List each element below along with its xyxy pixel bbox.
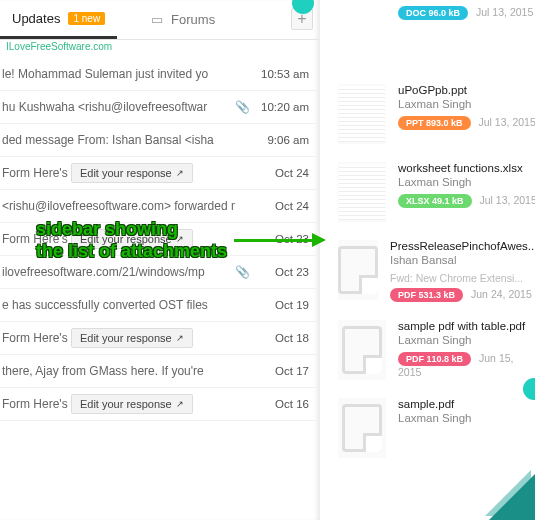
attachment-date: Jul 13, 2015	[480, 194, 535, 206]
attachment-meta: uPoGPpb.pptLaxman SinghPPT 893.0 kBJul 1…	[398, 84, 535, 144]
decor-corner-icon	[489, 474, 535, 520]
attachment-item[interactable]: sample pdf with table.pdfLaxman SinghPDF…	[338, 320, 535, 380]
email-row[interactable]: e has successfully converted OST filesOc…	[0, 289, 319, 322]
email-date: Oct 24	[249, 200, 309, 212]
filetype-pill: XLSX 49.1 kB	[398, 194, 472, 208]
email-date: Oct 23	[249, 266, 309, 278]
attachment-clip-icon: 📎	[235, 100, 249, 114]
edit-response-button[interactable]: Edit your response↗	[71, 163, 193, 183]
attachment-thumb	[338, 240, 378, 300]
filetype-pill: PDF 110.8 kB	[398, 352, 471, 366]
email-row[interactable]: ded message From: Ishan Bansal <isha9:06…	[0, 124, 319, 157]
attachment-name: sample pdf with table.pdf	[398, 320, 535, 332]
email-date: Oct 17	[249, 365, 309, 377]
attachment-meta: sample.pdfLaxman Singh	[398, 398, 535, 458]
tab-label: Updates	[12, 11, 60, 26]
attachment-subject: Fwd: New Chrome Extensi...	[390, 272, 535, 284]
attachment-name: worksheet functions.xlsx	[398, 162, 535, 174]
email-row[interactable]: hu Kushwaha <rishu@ilovefreesoftwar📎10:2…	[0, 91, 319, 124]
email-row[interactable]: there, Ajay from GMass here. If you'reOc…	[0, 355, 319, 388]
email-snippet: Form Here's Edit your response↗	[0, 163, 235, 183]
attachment-name: uPoGPpb.ppt	[398, 84, 535, 96]
email-snippet: le! Mohammad Suleman just invited yo	[0, 67, 235, 81]
attachment-author: Laxman Singh	[398, 334, 535, 346]
edit-response-button[interactable]: Edit your response↗	[71, 328, 193, 348]
annotation-text: sidebar showing the list of attachments	[36, 218, 227, 262]
email-row[interactable]: Form Here's Edit your response↗Oct 18	[0, 322, 319, 355]
attachment-author: Laxman Singh	[398, 98, 535, 110]
attachment-thumb	[338, 398, 386, 458]
tab-sublabel: ILoveFreeSoftware.com	[6, 40, 112, 53]
attachment-item[interactable]: worksheet functions.xlsxLaxman SinghXLSX…	[338, 162, 535, 222]
attachment-thumb	[338, 162, 386, 222]
email-date: 9:06 am	[249, 134, 309, 146]
email-snippet: ilovefreesoftware.com/21/windows/mp	[0, 265, 235, 279]
annotation-arrow	[234, 234, 324, 246]
attachment-item[interactable]: uPoGPpb.pptLaxman SinghPPT 893.0 kBJul 1…	[338, 84, 535, 144]
attachment-author: Ishan Bansal	[390, 254, 535, 266]
filetype-pill: PDF 531.3 kB	[390, 288, 463, 302]
attachments-sidebar: DOC 96.0 kBJul 13, 2015uPoGPpb.pptLaxman…	[320, 0, 535, 520]
attachment-name: sample.pdf	[398, 398, 535, 410]
category-tabs: Updates 1 new ▭ Forums +	[0, 0, 319, 40]
email-date: Oct 19	[249, 299, 309, 311]
email-row[interactable]: Form Here's Edit your response↗Oct 24	[0, 157, 319, 190]
attachment-name: PressReleasePinchofAwes...	[390, 240, 535, 252]
attachment-meta: DOC 96.0 kBJul 13, 2015	[398, 6, 535, 66]
attachment-clip-icon: 📎	[235, 265, 249, 279]
email-snippet: Form Here's Edit your response↗	[0, 328, 235, 348]
filetype-pill: DOC 96.0 kB	[398, 6, 468, 20]
email-date: Oct 16	[249, 398, 309, 410]
attachment-item[interactable]: sample.pdfLaxman Singh	[338, 398, 535, 458]
attachment-thumb	[338, 6, 386, 66]
email-row[interactable]: Form Here's Edit your response↗Oct 16	[0, 388, 319, 421]
attachment-meta: PressReleasePinchofAwes...Ishan BansalFw…	[390, 240, 535, 302]
email-snippet: Form Here's Edit your response↗	[0, 394, 235, 414]
email-snippet: e has successfully converted OST files	[0, 298, 235, 312]
email-snippet: there, Ajay from GMass here. If you're	[0, 364, 235, 378]
tab-label: Forums	[171, 12, 215, 27]
attachment-thumb	[338, 84, 386, 144]
attachment-date: Jul 13, 2015	[479, 116, 535, 128]
forums-icon: ▭	[151, 12, 163, 27]
email-date: 10:20 am	[249, 101, 309, 113]
tab-updates[interactable]: Updates 1 new	[0, 0, 117, 39]
attachment-meta: worksheet functions.xlsxLaxman SinghXLSX…	[398, 162, 535, 222]
attachment-author: Laxman Singh	[398, 412, 535, 424]
email-date: Oct 24	[249, 167, 309, 179]
email-snippet: ded message From: Ishan Bansal <isha	[0, 133, 235, 147]
email-date: Oct 18	[249, 332, 309, 344]
attachment-item[interactable]: PressReleasePinchofAwes...Ishan BansalFw…	[338, 240, 535, 302]
new-badge: 1 new	[68, 12, 105, 25]
email-row[interactable]: le! Mohammad Suleman just invited yo10:5…	[0, 58, 319, 91]
email-snippet: hu Kushwaha <rishu@ilovefreesoftwar	[0, 100, 235, 114]
attachment-date: Jun 24, 2015	[471, 288, 532, 300]
edit-response-button[interactable]: Edit your response↗	[71, 394, 193, 414]
attachment-author: Laxman Singh	[398, 176, 535, 188]
attachment-item[interactable]: DOC 96.0 kBJul 13, 2015	[338, 6, 535, 66]
attachment-meta: sample pdf with table.pdfLaxman SinghPDF…	[398, 320, 535, 380]
filetype-pill: PPT 893.0 kB	[398, 116, 471, 130]
email-date: 10:53 am	[249, 68, 309, 80]
tab-forums[interactable]: ▭ Forums	[139, 0, 227, 39]
attachment-date: Jul 13, 2015	[476, 6, 533, 18]
email-snippet: <rishu@ilovefreesoftware.com> forwarded …	[0, 199, 235, 213]
attachment-thumb	[338, 320, 386, 380]
